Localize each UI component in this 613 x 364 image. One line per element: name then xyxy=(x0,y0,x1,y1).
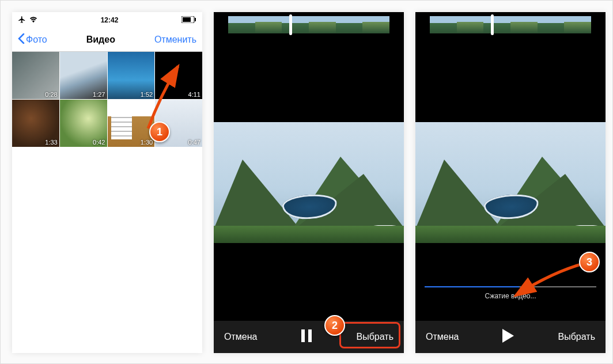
video-grid: 0:28 1:27 1:52 4:11 1:33 0:42 1:30 0:47 xyxy=(12,52,202,147)
video-thumb[interactable]: 0:28 xyxy=(12,52,59,99)
player-toolbar: Отмена Выбрать xyxy=(415,321,606,353)
wifi-icon xyxy=(29,16,37,25)
annotation-badge-1: 1 xyxy=(149,122,170,142)
progress-fill xyxy=(425,286,519,287)
video-thumb[interactable]: 1:52 xyxy=(108,52,155,99)
back-button[interactable]: Фото xyxy=(18,33,47,46)
playhead[interactable] xyxy=(491,14,494,35)
cancel-button[interactable]: Отмена xyxy=(426,332,459,342)
chevron-left-icon xyxy=(18,33,25,46)
svg-rect-1 xyxy=(183,17,191,22)
choose-button[interactable]: Выбрать xyxy=(558,332,595,342)
progress-label: Сжатие видео... xyxy=(425,292,596,300)
trim-strip[interactable] xyxy=(228,16,389,33)
annotation-badge-3: 3 xyxy=(579,252,600,272)
back-label: Фото xyxy=(26,35,47,45)
phone-player-select: Отмена Выбрать xyxy=(214,12,404,353)
video-thumb[interactable]: 1:30 xyxy=(108,100,155,147)
page-title: Видео xyxy=(86,35,115,45)
progress-track xyxy=(425,286,596,287)
video-thumb[interactable]: 1:33 xyxy=(12,100,59,147)
trim-bar[interactable] xyxy=(214,12,404,37)
choose-button[interactable]: Выбрать xyxy=(357,332,393,342)
clock: 12:42 xyxy=(101,16,119,24)
playhead[interactable] xyxy=(289,14,292,35)
tutorial-stage: 12:42 Фото Видео Отменить 0:28 1:27 1:52… xyxy=(0,0,613,364)
pause-button[interactable] xyxy=(301,329,312,344)
nav-bar: Фото Видео Отменить xyxy=(12,28,202,52)
trim-strip[interactable] xyxy=(430,16,591,33)
cancel-button[interactable]: Отменить xyxy=(154,35,196,45)
video-thumb[interactable]: 4:11 xyxy=(155,52,202,99)
player-toolbar: Отмена Выбрать xyxy=(214,321,404,353)
pause-icon xyxy=(301,329,312,342)
trim-bar[interactable] xyxy=(415,12,606,37)
video-thumb[interactable]: 0:42 xyxy=(60,100,107,147)
play-button[interactable] xyxy=(502,329,514,345)
video-thumb[interactable]: 1:27 xyxy=(60,52,107,99)
cancel-button[interactable]: Отмена xyxy=(224,332,257,342)
phone-gallery: 12:42 Фото Видео Отменить 0:28 1:27 1:52… xyxy=(12,12,202,353)
svg-rect-2 xyxy=(195,18,196,21)
annotation-badge-2: 2 xyxy=(324,315,345,336)
video-preview xyxy=(415,122,606,243)
phone-player-compress: Сжатие видео... Отмена Выбрать xyxy=(415,12,606,353)
video-preview xyxy=(214,122,404,243)
battery-icon xyxy=(181,16,196,25)
compress-progress: Сжатие видео... xyxy=(425,286,596,300)
airplane-icon xyxy=(18,16,26,25)
play-icon xyxy=(502,329,514,343)
status-bar: 12:42 xyxy=(12,12,202,28)
